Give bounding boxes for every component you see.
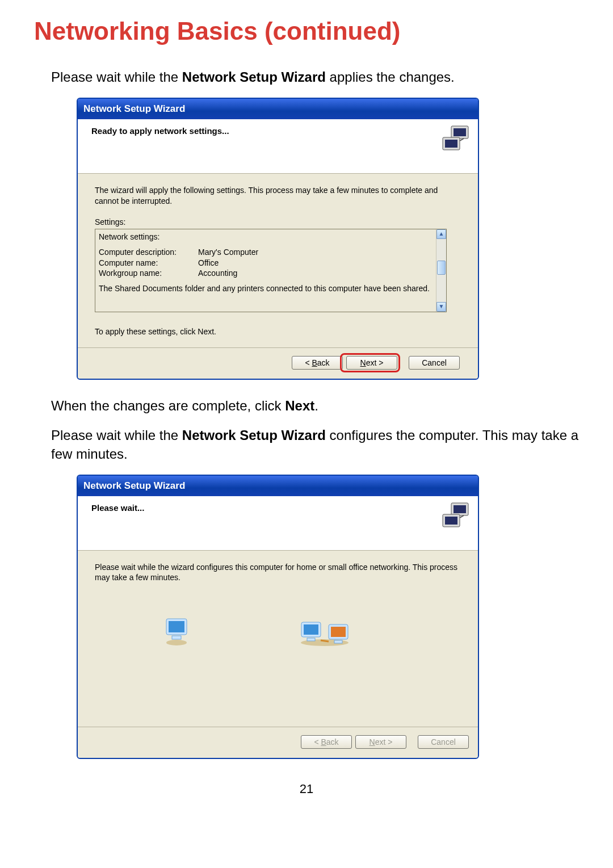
progress-animation [95,617,461,649]
svg-rect-6 [454,505,466,513]
wizard2-titlebar: Network Setup Wizard [78,476,478,496]
mid-line-1: When the changes are complete, click Nex… [51,397,579,415]
back-button: < Back [301,735,352,749]
cancel-button[interactable]: Cancel [409,356,460,370]
connecting-computers-icon [299,617,353,649]
wizard1-titlebar: Network Setup Wizard [78,99,478,119]
intro1-bold: Network Setup Wizard [182,69,326,85]
settings-label: Settings: [95,217,461,227]
row-value: Office [198,258,219,269]
svg-rect-3 [445,140,457,148]
settings-row-ns: Network settings: [99,232,443,242]
back-pre: < [314,737,321,747]
intro1-post: applies the changes. [326,69,455,85]
wizard2-button-bar: < BackNext >Cancel [78,727,478,758]
scrollbar[interactable]: ▲ ▼ [436,229,446,312]
mid1-post: . [314,398,318,413]
intro-line-1: Please wait while the Network Setup Wiza… [51,68,579,86]
back-post: ack [317,358,330,367]
row-label: Computer name: [99,258,198,269]
svg-rect-8 [445,517,457,525]
wizard2-header-title: Please wait... [91,503,467,513]
intro1-pre: Please wait while the [51,69,182,85]
page-heading: Networking Basics (continued) [34,17,579,45]
wizard1-desc: The wizard will apply the following sett… [95,185,461,206]
network-computers-icon [440,501,471,532]
wizard-please-wait: Network Setup Wizard Please wait... Plea… [77,475,479,759]
mid2-pre: Please wait while the [51,427,182,443]
mid-line-2: Please wait while the Network Setup Wiza… [51,426,579,463]
wizard1-content: The wizard will apply the following sett… [78,174,478,347]
mid1-pre: When the changes are complete, click [51,398,285,413]
next-u: N [370,737,375,747]
wizard-apply-settings: Network Setup Wizard Ready to apply netw… [77,98,479,379]
row-label: Workgroup name: [99,268,198,279]
single-computer-icon [163,617,191,649]
svg-rect-17 [307,638,315,641]
svg-line-21 [321,640,329,641]
svg-rect-19 [331,627,346,637]
next-u: N [360,358,366,367]
next-button: Next > [355,735,406,749]
row-label: Computer description: [99,247,198,258]
svg-rect-11 [169,621,184,632]
settings-listbox: Network settings: Computer description: … [95,229,447,312]
wizard2-desc: Please wait while the wizard configures … [95,562,461,582]
svg-point-13 [166,640,187,645]
settings-row-desc: Computer description: Mary's Computer [99,247,443,258]
next-button[interactable]: Next > [346,356,397,370]
svg-rect-1 [454,128,466,136]
svg-line-9 [460,515,464,518]
mid1-bold: Next [285,398,314,413]
back-button[interactable]: < Back [292,356,343,370]
wizard2-header: Please wait... [78,496,478,551]
back-u: B [321,737,326,747]
back-post: ack [326,737,339,747]
svg-rect-12 [172,636,181,639]
scroll-thumb[interactable] [437,261,446,275]
mid2-bold: Network Setup Wizard [182,427,326,443]
scroll-up-icon[interactable]: ▲ [436,229,446,239]
settings-shared-text: The Shared Documents folder and any prin… [99,283,443,294]
row-value: Accounting [198,268,237,279]
page-number: 21 [34,782,579,796]
cancel-button: Cancel [418,735,469,749]
svg-line-4 [460,139,464,141]
svg-rect-20 [334,640,342,643]
wizard1-header-title: Ready to apply network settings... [91,126,467,136]
settings-row-workgroup: Workgroup name: Accounting [99,268,443,279]
back-pre: < [305,358,312,367]
wizard2-content: Please wait while the wizard configures … [78,551,478,727]
wizard1-button-bar: < Back Next > Cancel [78,347,478,379]
svg-rect-16 [304,624,318,635]
scroll-down-icon[interactable]: ▼ [436,302,446,312]
settings-row-name: Computer name: Office [99,258,443,269]
apply-hint: To apply these settings, click Next. [95,327,461,336]
row-value: Mary's Computer [198,247,258,258]
network-computers-icon [440,124,471,155]
next-post: ext > [375,737,393,747]
wizard1-header: Ready to apply network settings... [78,119,478,174]
back-u: B [312,358,317,367]
next-post: ext > [366,358,384,367]
